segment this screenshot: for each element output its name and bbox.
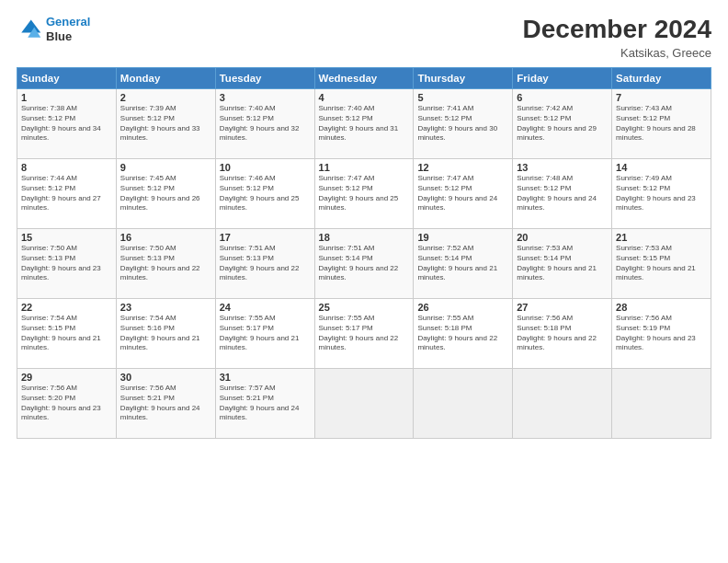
calendar-cell: 14Sunrise: 7:49 AMSunset: 5:12 PMDayligh… bbox=[612, 159, 711, 229]
day-number: 17 bbox=[220, 232, 311, 243]
day-info: Sunrise: 7:50 AMSunset: 5:13 PMDaylight:… bbox=[120, 244, 211, 283]
calendar-cell bbox=[612, 369, 711, 439]
calendar-cell: 4Sunrise: 7:40 AMSunset: 5:12 PMDaylight… bbox=[314, 89, 414, 159]
day-number: 15 bbox=[21, 232, 112, 243]
calendar-week-1: 8Sunrise: 7:44 AMSunset: 5:12 PMDaylight… bbox=[17, 159, 711, 229]
day-info: Sunrise: 7:55 AMSunset: 5:17 PMDaylight:… bbox=[319, 314, 410, 353]
day-number: 1 bbox=[21, 92, 112, 103]
calendar-cell: 13Sunrise: 7:48 AMSunset: 5:12 PMDayligh… bbox=[513, 159, 612, 229]
calendar-cell: 27Sunrise: 7:56 AMSunset: 5:18 PMDayligh… bbox=[513, 299, 612, 369]
day-info: Sunrise: 7:46 AMSunset: 5:12 PMDaylight:… bbox=[220, 174, 311, 213]
day-number: 29 bbox=[21, 372, 112, 383]
calendar-cell: 1Sunrise: 7:38 AMSunset: 5:12 PMDaylight… bbox=[17, 89, 117, 159]
col-header-sunday: Sunday bbox=[17, 68, 117, 89]
day-number: 26 bbox=[417, 302, 508, 313]
day-info: Sunrise: 7:54 AMSunset: 5:16 PMDaylight:… bbox=[120, 314, 211, 353]
calendar-cell: 17Sunrise: 7:51 AMSunset: 5:13 PMDayligh… bbox=[215, 229, 314, 299]
calendar-week-4: 29Sunrise: 7:56 AMSunset: 5:20 PMDayligh… bbox=[17, 369, 711, 439]
day-info: Sunrise: 7:39 AMSunset: 5:12 PMDaylight:… bbox=[120, 104, 211, 144]
day-number: 4 bbox=[319, 92, 410, 103]
logo-line1: General bbox=[46, 15, 90, 29]
day-info: Sunrise: 7:45 AMSunset: 5:12 PMDaylight:… bbox=[120, 174, 211, 213]
calendar-cell: 12Sunrise: 7:47 AMSunset: 5:12 PMDayligh… bbox=[414, 159, 513, 229]
calendar-cell: 10Sunrise: 7:46 AMSunset: 5:12 PMDayligh… bbox=[215, 159, 314, 229]
day-info: Sunrise: 7:53 AMSunset: 5:15 PMDaylight:… bbox=[616, 244, 707, 283]
day-number: 16 bbox=[120, 232, 211, 243]
location: Katsikas, Greece bbox=[523, 46, 711, 60]
day-number: 11 bbox=[319, 162, 410, 173]
day-info: Sunrise: 7:41 AMSunset: 5:12 PMDaylight:… bbox=[417, 104, 508, 144]
day-info: Sunrise: 7:40 AMSunset: 5:12 PMDaylight:… bbox=[220, 104, 311, 144]
day-info: Sunrise: 7:55 AMSunset: 5:17 PMDaylight:… bbox=[220, 314, 311, 353]
calendar-cell: 18Sunrise: 7:51 AMSunset: 5:14 PMDayligh… bbox=[314, 229, 414, 299]
calendar-cell: 11Sunrise: 7:47 AMSunset: 5:12 PMDayligh… bbox=[314, 159, 414, 229]
day-number: 6 bbox=[517, 92, 608, 103]
calendar-cell: 26Sunrise: 7:55 AMSunset: 5:18 PMDayligh… bbox=[414, 299, 513, 369]
day-info: Sunrise: 7:47 AMSunset: 5:12 PMDaylight:… bbox=[319, 174, 410, 213]
calendar-cell: 3Sunrise: 7:40 AMSunset: 5:12 PMDaylight… bbox=[215, 89, 314, 159]
logo: General Blue bbox=[17, 15, 90, 43]
day-info: Sunrise: 7:52 AMSunset: 5:14 PMDaylight:… bbox=[417, 244, 508, 283]
calendar-cell: 20Sunrise: 7:53 AMSunset: 5:14 PMDayligh… bbox=[513, 229, 612, 299]
day-number: 23 bbox=[120, 302, 211, 313]
col-header-friday: Friday bbox=[513, 68, 612, 89]
calendar-cell: 2Sunrise: 7:39 AMSunset: 5:12 PMDaylight… bbox=[116, 89, 215, 159]
day-number: 8 bbox=[21, 162, 112, 173]
day-info: Sunrise: 7:56 AMSunset: 5:21 PMDaylight:… bbox=[120, 384, 211, 423]
col-header-tuesday: Tuesday bbox=[215, 68, 314, 89]
day-info: Sunrise: 7:40 AMSunset: 5:12 PMDaylight:… bbox=[319, 104, 410, 144]
calendar-table: SundayMondayTuesdayWednesdayThursdayFrid… bbox=[17, 67, 711, 439]
col-header-saturday: Saturday bbox=[612, 68, 711, 89]
calendar-cell: 28Sunrise: 7:56 AMSunset: 5:19 PMDayligh… bbox=[612, 299, 711, 369]
day-number: 14 bbox=[616, 162, 707, 173]
logo-icon bbox=[17, 17, 42, 42]
calendar-header: SundayMondayTuesdayWednesdayThursdayFrid… bbox=[17, 68, 711, 89]
day-number: 30 bbox=[120, 372, 211, 383]
calendar-cell: 19Sunrise: 7:52 AMSunset: 5:14 PMDayligh… bbox=[414, 229, 513, 299]
day-number: 12 bbox=[417, 162, 508, 173]
col-header-wednesday: Wednesday bbox=[314, 68, 414, 89]
day-number: 31 bbox=[220, 372, 311, 383]
calendar-cell: 31Sunrise: 7:57 AMSunset: 5:21 PMDayligh… bbox=[215, 369, 314, 439]
day-info: Sunrise: 7:56 AMSunset: 5:18 PMDaylight:… bbox=[517, 314, 608, 353]
calendar-cell: 6Sunrise: 7:42 AMSunset: 5:12 PMDaylight… bbox=[513, 89, 612, 159]
day-number: 28 bbox=[616, 302, 707, 313]
calendar-cell bbox=[414, 369, 513, 439]
calendar-cell: 22Sunrise: 7:54 AMSunset: 5:15 PMDayligh… bbox=[17, 299, 117, 369]
calendar-week-2: 15Sunrise: 7:50 AMSunset: 5:13 PMDayligh… bbox=[17, 229, 711, 299]
svg-marker-0 bbox=[21, 19, 40, 32]
title-block: December 2024 Katsikas, Greece bbox=[523, 15, 711, 60]
calendar-cell: 24Sunrise: 7:55 AMSunset: 5:17 PMDayligh… bbox=[215, 299, 314, 369]
day-number: 3 bbox=[220, 92, 311, 103]
day-info: Sunrise: 7:57 AMSunset: 5:21 PMDaylight:… bbox=[220, 384, 311, 423]
day-info: Sunrise: 7:51 AMSunset: 5:14 PMDaylight:… bbox=[319, 244, 410, 283]
page: General Blue December 2024 Katsikas, Gre… bbox=[0, 0, 728, 563]
day-info: Sunrise: 7:56 AMSunset: 5:20 PMDaylight:… bbox=[21, 384, 112, 423]
day-info: Sunrise: 7:42 AMSunset: 5:12 PMDaylight:… bbox=[517, 104, 608, 144]
header: General Blue December 2024 Katsikas, Gre… bbox=[17, 15, 711, 60]
day-number: 9 bbox=[120, 162, 211, 173]
day-number: 5 bbox=[417, 92, 508, 103]
day-number: 19 bbox=[417, 232, 508, 243]
calendar-cell: 9Sunrise: 7:45 AMSunset: 5:12 PMDaylight… bbox=[116, 159, 215, 229]
calendar-cell: 16Sunrise: 7:50 AMSunset: 5:13 PMDayligh… bbox=[116, 229, 215, 299]
col-header-thursday: Thursday bbox=[414, 68, 513, 89]
day-number: 22 bbox=[21, 302, 112, 313]
calendar-body: 1Sunrise: 7:38 AMSunset: 5:12 PMDaylight… bbox=[17, 89, 711, 439]
day-info: Sunrise: 7:47 AMSunset: 5:12 PMDaylight:… bbox=[417, 174, 508, 213]
day-number: 10 bbox=[220, 162, 311, 173]
calendar-week-0: 1Sunrise: 7:38 AMSunset: 5:12 PMDaylight… bbox=[17, 89, 711, 159]
calendar-cell: 21Sunrise: 7:53 AMSunset: 5:15 PMDayligh… bbox=[612, 229, 711, 299]
day-info: Sunrise: 7:56 AMSunset: 5:19 PMDaylight:… bbox=[616, 314, 707, 353]
day-info: Sunrise: 7:43 AMSunset: 5:12 PMDaylight:… bbox=[616, 104, 707, 144]
calendar-cell: 8Sunrise: 7:44 AMSunset: 5:12 PMDaylight… bbox=[17, 159, 117, 229]
day-info: Sunrise: 7:55 AMSunset: 5:18 PMDaylight:… bbox=[417, 314, 508, 353]
day-number: 18 bbox=[319, 232, 410, 243]
day-number: 20 bbox=[517, 232, 608, 243]
calendar-week-3: 22Sunrise: 7:54 AMSunset: 5:15 PMDayligh… bbox=[17, 299, 711, 369]
day-number: 27 bbox=[517, 302, 608, 313]
day-number: 25 bbox=[319, 302, 410, 313]
day-number: 24 bbox=[220, 302, 311, 313]
day-number: 13 bbox=[517, 162, 608, 173]
day-info: Sunrise: 7:54 AMSunset: 5:15 PMDaylight:… bbox=[21, 314, 112, 353]
